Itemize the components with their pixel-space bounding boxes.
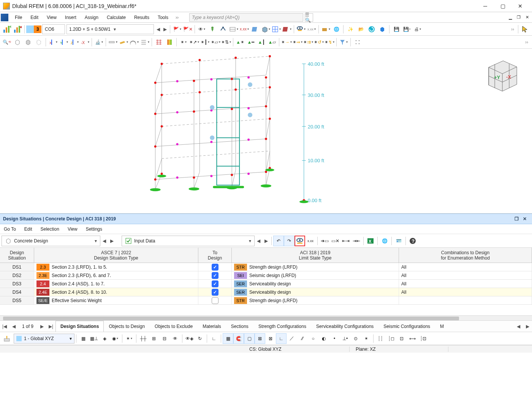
toolbar1-overflow[interactable]: ›› <box>509 27 516 32</box>
design-module-next[interactable]: ▶ <box>108 236 116 246</box>
menu-tools[interactable]: Tools <box>154 14 172 21</box>
tb-mesh-gen-icon[interactable] <box>154 37 164 48</box>
tab-strength-config[interactable]: Strength Configurations <box>253 321 311 332</box>
coordinate-system-select[interactable]: 1 - Global XYZ▾ <box>14 334 74 344</box>
loadcase-color-chips[interactable]: 3 <box>26 25 41 33</box>
bb-snap-dline-icon[interactable]: ⁄⁄ <box>297 333 308 344</box>
tb-member-star-icon[interactable]: ✴┃▾ <box>200 37 210 48</box>
tb-select-cursor-icon[interactable] <box>520 24 530 35</box>
tabs-scroll-left[interactable]: ◀ <box>514 321 523 332</box>
panel-menu-edit[interactable]: Edit <box>23 226 34 233</box>
bb-snap-half-icon[interactable]: ◐ <box>318 333 329 344</box>
tb-support-surface-icon[interactable]: ▲▱ <box>267 37 277 48</box>
cell-limit-state[interactable]: STRStrength design (LRFD) <box>232 296 399 304</box>
tab-overflow[interactable]: M <box>435 321 449 332</box>
pt-expand-icon[interactable]: ⇥⇤ <box>351 236 362 246</box>
cell-to-design-checkbox[interactable] <box>198 296 232 304</box>
cell-design-type[interactable]: 2.4ESection 2.4 (ASD), 8. to 10. <box>34 288 198 296</box>
tb-load-2-icon[interactable]: ✴⇒▾ <box>292 37 303 48</box>
tb-block-library-icon[interactable] <box>377 24 388 35</box>
panel-undock-icon[interactable]: ❐ <box>512 215 521 223</box>
bb-star-icon[interactable]: ✴▾ <box>124 333 135 344</box>
tb-cloud-sync-icon[interactable] <box>366 24 377 35</box>
pt-delete-row-icon[interactable]: ▭✕ <box>330 236 340 246</box>
bb-grid-eye-icon[interactable]: 👁 <box>170 333 180 344</box>
bb-workspace-icon[interactable] <box>2 333 12 344</box>
cell-design-type[interactable]: 2.4Section 2.4 (ASD), 1. to 7. <box>34 280 198 288</box>
window-maximize-button[interactable]: ▢ <box>494 0 511 12</box>
tb-load-4-icon[interactable]: ✴↺▾ <box>314 37 324 48</box>
cell-combinations[interactable]: All <box>399 271 532 279</box>
tb-node-star-icon[interactable]: ✴▾ <box>178 37 189 48</box>
toolbar2-overflow[interactable]: ›› <box>523 40 530 45</box>
menu-overflow[interactable]: ›› <box>176 15 179 20</box>
bb-grid-dense-icon[interactable]: ⊟ <box>159 333 170 344</box>
tb-contour-icon[interactable] <box>164 37 175 48</box>
panel-menu-view[interactable]: View <box>66 226 79 233</box>
tb-save-icon[interactable]: 💾 <box>391 24 402 35</box>
table-row[interactable]: DS42.4ESection 2.4 (ASD), 8. to 10.✓SERS… <box>0 288 532 296</box>
loadcase-prev-button[interactable]: ◀ <box>155 24 162 34</box>
cell-limit-state[interactable]: STRStrength design (LRFD) <box>232 263 399 271</box>
tab-materials[interactable]: Materials <box>198 321 226 332</box>
mdi-restore-icon[interactable]: ❐ <box>515 14 522 21</box>
col-header-design-type[interactable]: ASCE 7 | 2022Design Situation Type <box>34 248 198 263</box>
menu-edit[interactable]: Edit <box>27 14 42 21</box>
menu-view[interactable]: View <box>43 14 60 21</box>
pt-help-icon[interactable]: ? <box>407 236 418 246</box>
cell-design-type[interactable]: SE/EEffective Seismic Weight <box>34 296 198 304</box>
tab-serviceability-config[interactable]: Serviceability Configurations <box>311 321 378 332</box>
bb-snap-corner-icon[interactable]: ∟ <box>276 333 287 344</box>
tb-plate-icon[interactable]: ▾ <box>108 37 118 48</box>
tb-layers-icon[interactable]: ▾ <box>139 37 150 48</box>
tb-surf-star-icon[interactable]: ✴▱▾ <box>210 37 221 48</box>
design-module-select[interactable]: Concrete Design▾ <box>2 236 100 246</box>
bb-guides-2-icon[interactable]: ┊◻ <box>386 333 396 344</box>
cell-design-type[interactable]: 2.3Section 2.3 (LRFD), 1. to 5. <box>34 263 198 271</box>
bb-guides-1-icon[interactable]: ┊┊ <box>375 333 386 344</box>
mdi-close-icon[interactable]: ✕ <box>524 14 530 21</box>
tb-support-line-icon[interactable]: ▲━ <box>245 37 256 48</box>
loadcase-combo-select[interactable]: 1.20D + S + 0.50W1▾ <box>66 24 154 34</box>
bb-guides-3-icon[interactable]: ⊡ <box>396 333 407 344</box>
cell-to-design-checkbox[interactable]: ✓ <box>198 288 232 296</box>
tb-cube-wire-icon[interactable] <box>12 37 23 48</box>
col-header-combinations[interactable]: Combinations to Designfor Enumeration Me… <box>399 248 532 263</box>
bb-grid-config-icon[interactable]: ▦ <box>78 333 89 344</box>
bb-grid-ortho-icon[interactable]: ▦⊥ <box>89 333 99 344</box>
bb-snap-x-icon[interactable]: ⊠ <box>265 333 276 344</box>
table-row[interactable]: DS32.4Section 2.4 (ASD), 1. to 7.✓SERSer… <box>0 280 532 288</box>
tb-flag-cross-icon[interactable]: 🚩✕ <box>182 24 193 35</box>
tb-new-star-icon[interactable]: ✨ <box>345 24 356 35</box>
menu-file[interactable]: File <box>11 14 26 21</box>
bb-angle-icon[interactable]: ∟ <box>209 333 219 344</box>
tb-load-5-icon[interactable]: ✴↯▾ <box>324 37 335 48</box>
bb-snap-magnet-icon[interactable]: ▦ <box>223 333 233 344</box>
tb-graph-new-icon[interactable]: ✚ <box>2 24 12 35</box>
data-category-prev[interactable]: ◀ <box>255 236 262 246</box>
col-header-to-design[interactable]: To Design <box>198 248 232 263</box>
mdi-minimize-icon[interactable]: ▁ <box>507 14 514 21</box>
tab-objects-to-exclude[interactable]: Objects to Exclude <box>150 321 198 332</box>
cell-limit-state[interactable]: SEISeismic design (LRFD) <box>232 271 399 279</box>
tb-load-3-icon[interactable]: ✴⇉▾ <box>303 37 314 48</box>
cell-combinations[interactable]: All <box>399 263 532 271</box>
menu-insert[interactable]: Insert <box>61 14 80 21</box>
search-icon[interactable]: ☰🔍 <box>305 13 313 22</box>
tabs-last-button[interactable]: ▶| <box>46 321 55 332</box>
tb-graph-previous-icon[interactable]: ◀ <box>12 24 23 35</box>
tab-objects-to-design[interactable]: Objects to Design <box>104 321 150 332</box>
cell-limit-state[interactable]: SERServiceability design <box>232 280 399 288</box>
bb-grid-icon[interactable]: ⊞ <box>149 333 159 344</box>
col-header-design-situation[interactable]: Design Situation <box>0 248 34 263</box>
tb-axes-neg-x-icon[interactable]: -X▾ <box>79 37 90 48</box>
menu-calculate[interactable]: Calculate <box>103 14 130 21</box>
bb-snap-square-icon[interactable]: ▢ <box>244 333 255 344</box>
tb-show-nodes-icon[interactable]: 👁▾ <box>196 24 207 35</box>
loadcase-code-select[interactable]: CO6 <box>42 24 65 34</box>
tb-open-folder-icon[interactable]: 📂 <box>356 24 366 35</box>
bb-snap-star-icon[interactable]: ✴ <box>361 333 372 344</box>
pt-insert-row-icon[interactable]: ➜▭ <box>319 236 330 246</box>
tb-slab-icon[interactable]: ▾ <box>118 37 129 48</box>
col-header-limit-state[interactable]: ACI 318 | 2019Limit State Type <box>232 248 399 263</box>
